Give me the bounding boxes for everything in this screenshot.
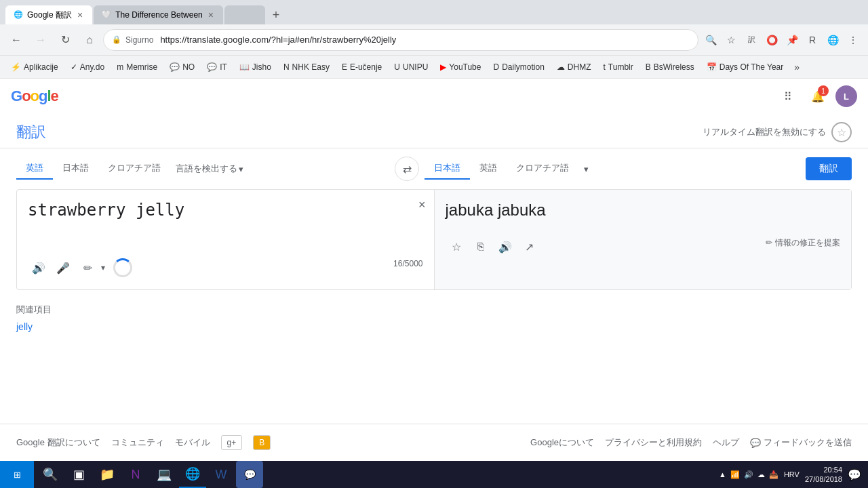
- bookmark-it[interactable]: 💬 IT: [201, 60, 233, 75]
- apps-button[interactable]: ⠿: [776, 84, 800, 108]
- tray-arrow[interactable]: ▲: [719, 470, 726, 479]
- extension-btn-3[interactable]: R: [803, 30, 822, 49]
- bookmark-tumblr[interactable]: t Tumblr: [598, 60, 639, 75]
- share-button[interactable]: ↗: [519, 236, 540, 258]
- edit-icon: ✏: [766, 238, 772, 247]
- listen-translation-button[interactable]: 🔊: [494, 236, 516, 258]
- bookmarks-more[interactable]: »: [790, 59, 804, 75]
- target-dropdown-arrow: ▾: [584, 164, 589, 174]
- source-text-input[interactable]: strawberry jelly: [28, 201, 423, 241]
- task-view-icon[interactable]: ▣: [65, 461, 92, 488]
- bookmark-anydo[interactable]: ✓ Any.do: [65, 60, 110, 75]
- bookmark-dhmz[interactable]: ☁ DHMZ: [551, 60, 597, 75]
- suggest-correction-link[interactable]: ✏ 情報の修正を提案: [766, 237, 840, 249]
- refresh-button[interactable]: ↻: [54, 29, 76, 51]
- swap-languages-button[interactable]: ⇄: [395, 157, 419, 181]
- back-button[interactable]: ←: [5, 29, 27, 51]
- bookmark-icon: 📖: [239, 62, 250, 72]
- source-lang-panel: 英語 日本語 クロアチア語 言語を検出する ▾: [16, 158, 389, 180]
- extension-btn-2[interactable]: 📌: [783, 30, 802, 49]
- home-button[interactable]: ⌂: [79, 29, 100, 51]
- footer-feedback-link[interactable]: 💬 フィードバックを送信: [750, 436, 852, 449]
- copy-translation-button[interactable]: ⎘: [470, 236, 492, 258]
- word-icon[interactable]: W: [208, 461, 235, 488]
- footer-privacy-link[interactable]: プライバシーと利用規約: [605, 436, 702, 449]
- source-actions: 🔊 🎤 ✏ ▾: [28, 257, 132, 279]
- file-explorer-icon[interactable]: 📁: [94, 461, 121, 488]
- tab-close-1[interactable]: ×: [76, 9, 84, 20]
- tab-close-2[interactable]: ×: [207, 9, 215, 20]
- bookmark-icon: U: [394, 62, 400, 72]
- page-content: Google ⠿ 🔔 1 L 翻訳 リアルタイム翻訳を無効にする ☆ 英語: [0, 79, 868, 461]
- system-tray: ▲ 📶 🔊 ☁ 📥: [719, 470, 778, 479]
- bookmarks-bar: ⚡ Aplikacije ✓ Any.do m Memrise 💬 NO 💬 I…: [0, 56, 868, 79]
- bookmark-label: DHMZ: [568, 62, 591, 72]
- source-lang-detect-dropdown[interactable]: 言語を検出する ▾: [170, 159, 249, 179]
- bookmark-aplikacije[interactable]: ⚡ Aplikacije: [5, 60, 64, 75]
- translate-button[interactable]: 翻訳: [806, 157, 852, 180]
- tab-inactive-2[interactable]: [224, 5, 265, 24]
- source-lang-english[interactable]: 英語: [16, 158, 53, 180]
- bookmark-daysofyear[interactable]: 📅 Days Of The Year: [701, 60, 789, 75]
- bookmark-dailymotion[interactable]: D Dailymotion: [488, 60, 549, 75]
- search-taskbar-icon[interactable]: 🔍: [37, 461, 64, 488]
- footer-help-link[interactable]: ヘルプ: [713, 436, 739, 449]
- bookmark-youtube[interactable]: ▶ YouTube: [435, 60, 486, 75]
- browser-window: 🌐 Google 翻訳 × 🤍 The Difference Between ×…: [0, 0, 868, 461]
- bookmark-label: IT: [220, 62, 227, 72]
- new-tab-button[interactable]: +: [267, 5, 285, 24]
- tab-title-2: The Difference Between: [115, 10, 203, 20]
- footer-blogger-button[interactable]: B: [253, 435, 271, 450]
- bookmark-bswireless[interactable]: B BsWireless: [640, 60, 700, 75]
- tab-favicon-1: 🌐: [14, 10, 23, 20]
- footer-mobile-link[interactable]: モバイル: [175, 436, 210, 449]
- bookmark-memrise[interactable]: m Memrise: [111, 60, 163, 75]
- onenote-icon[interactable]: N: [122, 461, 149, 488]
- url-bar[interactable]: 🔒 Sigurno https://translate.google.com/?…: [103, 29, 698, 51]
- security-label: Sigurno: [125, 35, 153, 45]
- bookmark-button[interactable]: ☆: [722, 30, 741, 49]
- target-lang-english[interactable]: 英語: [470, 158, 507, 180]
- clear-source-button[interactable]: ×: [418, 198, 426, 212]
- source-lang-japanese[interactable]: 日本語: [53, 158, 98, 180]
- mic-button[interactable]: 🎤: [52, 257, 74, 279]
- bookmark-label: E-učenje: [350, 62, 382, 72]
- bookmark-icon: N: [283, 62, 290, 72]
- avatar[interactable]: L: [835, 85, 857, 107]
- notification-center[interactable]: 💬: [848, 468, 861, 481]
- extension-btn-1[interactable]: ⭕: [762, 30, 781, 49]
- bookmark-unipu[interactable]: U UNIPU: [389, 60, 433, 75]
- extension-btn-4[interactable]: 🌐: [823, 30, 842, 49]
- extension-translate[interactable]: 訳: [742, 30, 761, 49]
- search-button[interactable]: 🔍: [701, 30, 720, 49]
- translate-header: 翻訳 リアルタイム翻訳を無効にする ☆: [0, 114, 868, 148]
- bookmark-no[interactable]: 💬 NO: [164, 60, 200, 75]
- chrome-icon[interactable]: 🌐: [179, 461, 206, 488]
- tab-active[interactable]: 🌐 Google 翻訳 ×: [5, 5, 92, 24]
- related-item-jelly[interactable]: jelly: [16, 321, 852, 332]
- favorite-button[interactable]: ☆: [831, 122, 852, 142]
- bookmark-jisho[interactable]: 📖 Jisho: [234, 60, 277, 75]
- listen-source-button[interactable]: 🔊: [28, 257, 50, 279]
- footer-gplus-button[interactable]: g+: [221, 435, 243, 450]
- footer-about-link[interactable]: Google 翻訳について: [16, 436, 100, 449]
- menu-button[interactable]: ⋮: [844, 30, 863, 49]
- forward-button[interactable]: →: [30, 29, 52, 51]
- footer-community-link[interactable]: コミュニティ: [111, 436, 164, 449]
- target-lang-japanese[interactable]: 日本語: [425, 158, 470, 180]
- target-lang-dropdown[interactable]: ▾: [578, 160, 594, 178]
- desktop-icon[interactable]: 💻: [151, 461, 178, 488]
- bookmark-elearn[interactable]: E E-učenje: [336, 60, 387, 75]
- network-icon: 📶: [730, 470, 740, 479]
- start-button[interactable]: ⊞: [0, 461, 34, 488]
- source-lang-croatian[interactable]: クロアチア語: [98, 158, 170, 180]
- bookmark-nhk[interactable]: N NHK Easy: [278, 60, 335, 75]
- chat-icon[interactable]: 💬: [236, 461, 263, 488]
- notification-button[interactable]: 🔔 1: [806, 84, 830, 108]
- tab-inactive-1[interactable]: 🤍 The Difference Between ×: [94, 5, 223, 24]
- star-translation-button[interactable]: ☆: [446, 236, 467, 258]
- target-lang-croatian[interactable]: クロアチア語: [507, 158, 578, 180]
- footer-google-link[interactable]: Googleについて: [530, 436, 594, 449]
- date-display: 27/08/2018: [805, 474, 842, 484]
- edit-button[interactable]: ✏: [77, 257, 98, 279]
